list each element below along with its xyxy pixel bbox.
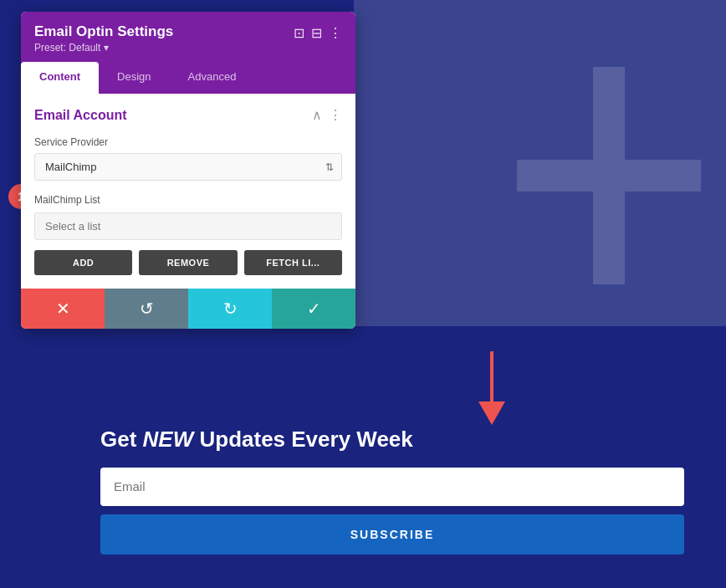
subscribe-button[interactable]: SUBSCRIBE — [100, 514, 684, 555]
remove-button[interactable]: REMOVE — [139, 250, 237, 275]
section-header-icons: ∧ ⋮ — [312, 107, 342, 123]
panel-header-left: Email Optin Settings Preset: Default ▾ — [34, 23, 173, 54]
panel-header: Email Optin Settings Preset: Default ▾ ⊡… — [21, 12, 355, 62]
action-buttons: ADD REMOVE FETCH LI... — [34, 250, 342, 275]
panel-header-icons: ⊡ ⊟ ⋮ — [294, 25, 342, 41]
undo-icon: ↺ — [140, 299, 154, 319]
panel-title: Email Optin Settings — [34, 23, 173, 40]
add-button[interactable]: ADD — [34, 250, 132, 275]
subscribe-title: Get NEW Updates Every Week — [100, 427, 684, 453]
mailchimp-list-label: MailChimp List — [34, 194, 342, 206]
confirm-button[interactable]: ✓ — [272, 289, 355, 329]
tabs-bar: Content Design Advanced — [21, 62, 355, 94]
close-button[interactable]: ✕ — [21, 289, 105, 329]
email-account-section-header: Email Account ∧ ⋮ — [34, 107, 342, 123]
more-icon[interactable]: ⋮ — [329, 25, 342, 41]
split-icon[interactable]: ⊟ — [311, 25, 322, 41]
panel-body: Email Account ∧ ⋮ Service Provider MailC… — [21, 94, 355, 289]
service-provider-wrapper: MailChimp ConvertKit AWeber ActiveCampai… — [34, 153, 342, 181]
fetch-list-button[interactable]: FETCH LI... — [244, 250, 342, 275]
redo-button[interactable]: ↻ — [188, 289, 272, 329]
confirm-icon: ✓ — [307, 299, 321, 319]
collapse-icon[interactable]: ∧ — [312, 107, 322, 123]
bottom-action-bar: ✕ ↺ ↻ ✓ — [21, 289, 355, 329]
decorative-cross — [517, 67, 701, 284]
list-input[interactable] — [34, 212, 342, 240]
section-more-icon[interactable]: ⋮ — [329, 107, 342, 123]
close-icon: ✕ — [56, 299, 70, 319]
undo-button[interactable]: ↺ — [105, 289, 188, 329]
subscribe-section: Get NEW Updates Every Week SUBSCRIBE — [59, 401, 726, 588]
tab-advanced[interactable]: Advanced — [170, 62, 255, 94]
panel-preset[interactable]: Preset: Default ▾ — [34, 42, 173, 54]
redo-icon: ↻ — [223, 299, 238, 319]
email-input[interactable] — [114, 479, 671, 493]
tab-design[interactable]: Design — [99, 62, 169, 94]
tab-content[interactable]: Content — [21, 62, 99, 94]
section-title: Email Account — [34, 108, 127, 123]
service-provider-label: Service Provider — [34, 136, 342, 148]
email-input-wrapper — [100, 468, 684, 506]
expand-icon[interactable]: ⊡ — [294, 25, 304, 41]
settings-panel: Email Optin Settings Preset: Default ▾ ⊡… — [21, 12, 355, 329]
service-provider-select[interactable]: MailChimp ConvertKit AWeber ActiveCampai… — [34, 153, 342, 181]
